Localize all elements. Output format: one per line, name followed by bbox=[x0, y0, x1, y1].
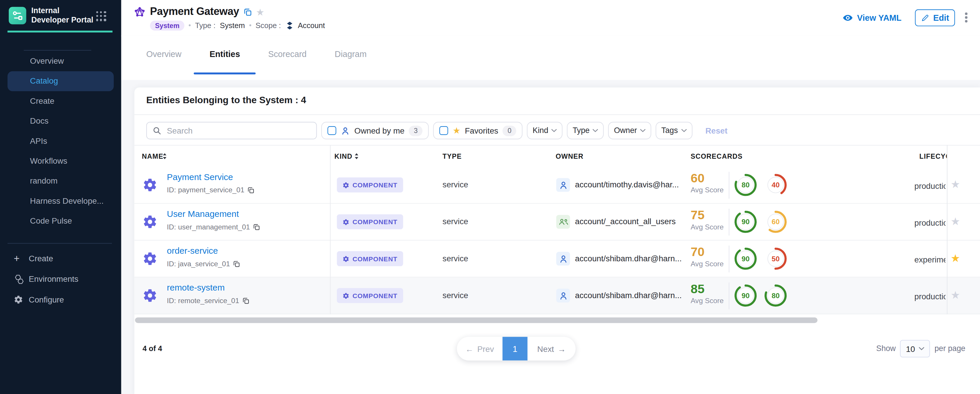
entity-id: ID: java_service_01 bbox=[167, 260, 240, 267]
entity-name-link[interactable]: order-service bbox=[167, 246, 218, 256]
sidebar-item-harness-develope[interactable]: Harness Develope... bbox=[8, 191, 114, 211]
chevron-down-icon bbox=[681, 129, 686, 132]
score-ring: 90 bbox=[733, 209, 758, 234]
sort-icon[interactable] bbox=[354, 153, 359, 159]
next-page-button[interactable]: Next → bbox=[527, 337, 576, 361]
sidebar-divider bbox=[8, 243, 112, 244]
system-entity-icon bbox=[134, 6, 146, 18]
sidebar-item-code-pulse[interactable]: Code Pulse bbox=[8, 211, 114, 231]
type-cell: service bbox=[442, 291, 468, 300]
scorecard-ring-1: 90 bbox=[733, 209, 758, 234]
table-row-order-service[interactable]: order-service ID: java_service_01 COMPON… bbox=[135, 241, 980, 277]
sidebar-item-create[interactable]: Create bbox=[8, 91, 114, 111]
kind-badge: COMPONENT bbox=[337, 214, 403, 229]
view-yaml-button[interactable]: View YAML bbox=[843, 12, 901, 23]
owner-cell: account/_account_all_users bbox=[575, 217, 676, 226]
sticky-column-divider bbox=[947, 145, 948, 314]
entity-gear-icon bbox=[142, 251, 157, 266]
tab-entities[interactable]: Entities bbox=[210, 36, 240, 73]
kind-badge: COMPONENT bbox=[337, 251, 403, 266]
eye-icon bbox=[843, 12, 853, 23]
owner-filter-dropdown[interactable]: Owner bbox=[608, 122, 651, 140]
type-label: Type : bbox=[195, 21, 215, 30]
sidebar-item-docs[interactable]: Docs bbox=[8, 111, 114, 131]
show-label: Show bbox=[876, 344, 896, 353]
owned-by-me-checkbox[interactable] bbox=[328, 126, 336, 135]
app-grid-icon[interactable] bbox=[96, 11, 106, 21]
copy-id-icon[interactable] bbox=[248, 186, 255, 194]
col-name[interactable]: NAME bbox=[142, 153, 164, 160]
pencil-icon bbox=[921, 13, 929, 22]
reset-filters-button[interactable]: Reset bbox=[705, 126, 728, 135]
tab-diagram[interactable]: Diagram bbox=[335, 36, 367, 73]
svg-text:90: 90 bbox=[742, 255, 749, 263]
content-area: Entities Belonging to the System : 4 bbox=[121, 80, 980, 394]
sidebar-item-catalog[interactable]: Catalog bbox=[8, 71, 114, 91]
entity-name-link[interactable]: User Management bbox=[167, 209, 239, 219]
scorecard-divider bbox=[729, 209, 729, 235]
entity-name-link[interactable]: remote-system bbox=[167, 282, 225, 292]
sidebar-item-configure[interactable]: Configure bbox=[0, 289, 121, 310]
favorite-star[interactable]: ★ bbox=[950, 289, 960, 302]
sidebar-item-create[interactable]: +Create bbox=[0, 248, 121, 269]
copy-title-icon[interactable] bbox=[243, 8, 252, 16]
horizontal-scrollbar[interactable] bbox=[135, 318, 818, 323]
owned-by-me-filter[interactable]: Owned by me 3 bbox=[321, 122, 429, 140]
sidebar-footer-nav: +CreateEnvironmentsConfigure bbox=[0, 248, 121, 310]
breadcrumb: System Type : System Scope : Account bbox=[150, 20, 325, 30]
user-icon bbox=[556, 289, 570, 302]
tags-filter-dropdown[interactable]: Tags bbox=[656, 122, 692, 140]
copy-id-icon[interactable] bbox=[242, 297, 250, 304]
scorecard-ring-2: 60 bbox=[763, 209, 788, 234]
type-filter-dropdown[interactable]: Type bbox=[567, 122, 604, 140]
row-count: 4 of 4 bbox=[142, 344, 162, 353]
sort-icon[interactable] bbox=[162, 153, 167, 159]
component-gear-icon bbox=[342, 218, 349, 226]
harness-idp-logo[interactable] bbox=[9, 7, 26, 25]
current-page-button[interactable]: 1 bbox=[503, 337, 528, 361]
type-cell: service bbox=[442, 254, 468, 263]
table-row-payment-service[interactable]: Payment Service ID: payment_service_01 C… bbox=[135, 167, 980, 204]
table-row-remote-system[interactable]: remote-system ID: remote_service_01 COMP… bbox=[135, 277, 980, 314]
col-type: TYPE bbox=[442, 153, 461, 160]
entity-gear-icon bbox=[142, 288, 157, 303]
favorites-filter[interactable]: ★ Favorites 0 bbox=[433, 122, 523, 140]
search-input-wrapper bbox=[146, 122, 317, 140]
favorite-star[interactable]: ★ bbox=[950, 215, 960, 229]
favorite-page-star-icon[interactable]: ★ bbox=[256, 7, 264, 17]
favorites-checkbox[interactable] bbox=[439, 126, 448, 135]
edit-button[interactable]: Edit bbox=[915, 9, 955, 26]
sidebar-item-workflows[interactable]: Workflows bbox=[8, 151, 114, 171]
per-page-label: per page bbox=[934, 344, 966, 353]
copy-id-icon[interactable] bbox=[233, 260, 240, 267]
sidebar-item-overview[interactable]: Overview bbox=[8, 51, 114, 71]
prev-page-button[interactable]: ← Prev bbox=[457, 337, 503, 361]
sidebar: Internal Developer Portal OverviewCatalo… bbox=[0, 0, 121, 394]
sidebar-item-random[interactable]: random bbox=[8, 171, 114, 191]
entity-id: ID: user_management_01 bbox=[167, 223, 260, 230]
favorite-star[interactable]: ★ bbox=[950, 178, 960, 192]
sidebar-item-apis[interactable]: APIs bbox=[8, 131, 114, 151]
more-options-icon[interactable] bbox=[965, 13, 967, 22]
scorecard-ring-2: 80 bbox=[763, 283, 788, 308]
chevron-down-icon bbox=[640, 129, 646, 132]
favorite-star[interactable]: ★ bbox=[950, 252, 960, 265]
star-icon: ★ bbox=[453, 126, 460, 135]
tab-overview[interactable]: Overview bbox=[146, 36, 181, 73]
search-input[interactable] bbox=[165, 126, 310, 136]
sidebar-item-environments[interactable]: Environments bbox=[0, 268, 121, 289]
kind-filter-dropdown[interactable]: Kind bbox=[527, 122, 563, 140]
kind-badge: COMPONENT bbox=[337, 178, 403, 192]
svg-text:80: 80 bbox=[772, 292, 780, 300]
entity-id: ID: remote_service_01 bbox=[167, 297, 250, 304]
score-ring: 50 bbox=[763, 246, 788, 271]
scorecard-ring-2: 40 bbox=[763, 172, 788, 198]
page-header: Payment Gateway ★ System Type : System S… bbox=[121, 0, 980, 36]
table-row-user-management[interactable]: User Management ID: user_management_01 C… bbox=[135, 204, 980, 241]
page-size-select[interactable]: 10 bbox=[900, 340, 930, 357]
tab-scorecard[interactable]: Scorecard bbox=[268, 36, 307, 73]
entity-name-link[interactable]: Payment Service bbox=[167, 172, 233, 182]
type-cell: service bbox=[442, 217, 468, 226]
col-kind[interactable]: KIND bbox=[334, 153, 353, 160]
copy-id-icon[interactable] bbox=[253, 223, 260, 230]
